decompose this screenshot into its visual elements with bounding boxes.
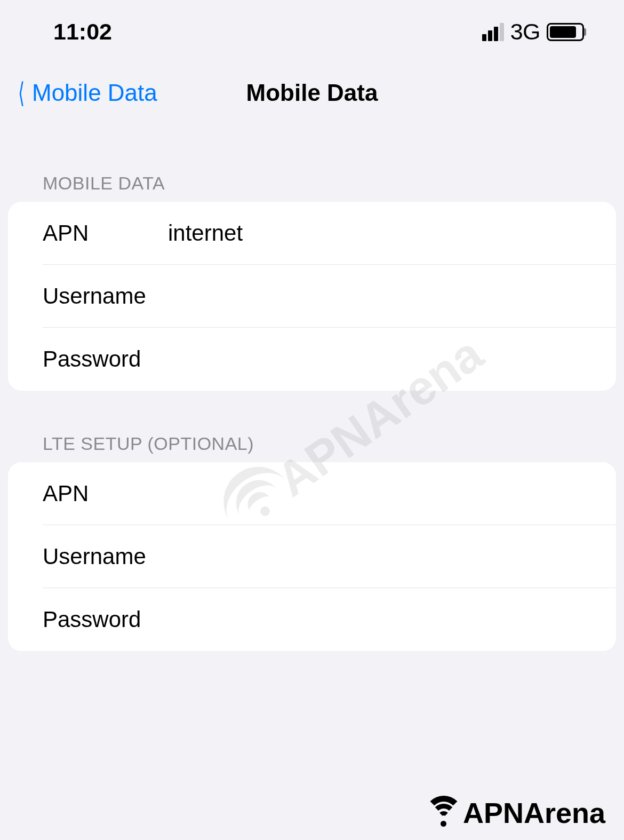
password-label: Password (43, 346, 168, 372)
lte-password-input[interactable] (168, 607, 616, 632)
lte-username-label: Username (43, 544, 168, 569)
username-row[interactable]: Username (43, 265, 616, 328)
username-label: Username (43, 283, 168, 309)
battery-icon (547, 23, 584, 41)
lte-apn-input[interactable] (168, 481, 616, 506)
status-bar: 11:02 3G (0, 0, 624, 56)
status-indicators: 3G (482, 19, 584, 45)
apn-input[interactable] (168, 220, 616, 246)
back-label: Mobile Data (32, 80, 157, 106)
network-type-label: 3G (510, 19, 540, 45)
wifi-icon (425, 798, 463, 828)
lte-apn-label: APN (43, 481, 168, 506)
apn-row[interactable]: APN (43, 202, 616, 265)
watermark-bottom: APNArena (425, 796, 605, 829)
mobile-data-group: APN Username Password (8, 202, 616, 391)
password-input[interactable] (168, 346, 616, 372)
lte-password-row[interactable]: Password (43, 588, 616, 651)
lte-username-input[interactable] (168, 544, 616, 569)
signal-strength-icon (482, 23, 504, 41)
back-button[interactable]: ⟨ Mobile Data (16, 77, 157, 109)
section-header-lte-setup: LTE SETUP (OPTIONAL) (0, 433, 624, 462)
navigation-bar: ⟨ Mobile Data Mobile Data (0, 56, 624, 120)
apn-label: APN (43, 220, 168, 246)
status-time: 11:02 (53, 19, 112, 45)
chevron-left-icon: ⟨ (18, 77, 25, 109)
username-input[interactable] (168, 283, 616, 309)
lte-setup-group: APN Username Password (8, 462, 616, 651)
lte-username-row[interactable]: Username (43, 525, 616, 588)
page-title: Mobile Data (246, 80, 378, 106)
password-row[interactable]: Password (43, 328, 616, 391)
lte-apn-row[interactable]: APN (43, 462, 616, 525)
section-header-mobile-data: MOBILE DATA (0, 173, 624, 202)
lte-password-label: Password (43, 607, 168, 632)
